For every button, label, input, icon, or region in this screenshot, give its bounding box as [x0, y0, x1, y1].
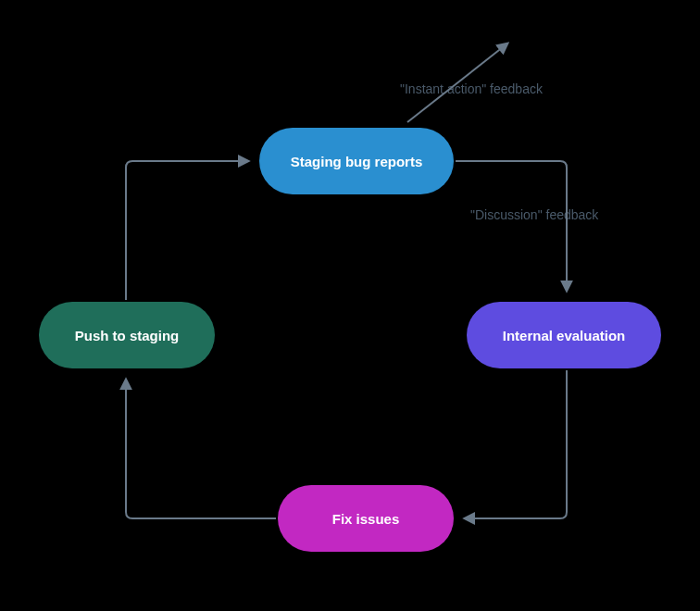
node-push-to-staging: Push to staging — [39, 302, 215, 368]
label-instant-action-feedback: "Instant action" feedback — [400, 81, 543, 96]
node-fix-issues: Fix issues — [278, 485, 454, 552]
arrow-push-to-staging — [126, 161, 248, 300]
node-label: Internal evaluation — [503, 328, 626, 343]
node-label: Push to staging — [75, 328, 180, 343]
node-label: Staging bug reports — [291, 154, 423, 169]
label-discussion-feedback: "Discussion" feedback — [470, 207, 598, 222]
arrow-staging-to-internal — [456, 161, 567, 291]
node-label: Fix issues — [332, 511, 400, 527]
node-internal-evaluation: Internal evaluation — [467, 302, 661, 368]
arrow-internal-to-fix — [465, 370, 567, 518]
node-staging-bug-reports: Staging bug reports — [259, 128, 454, 194]
arrow-fix-to-push — [126, 380, 276, 518]
